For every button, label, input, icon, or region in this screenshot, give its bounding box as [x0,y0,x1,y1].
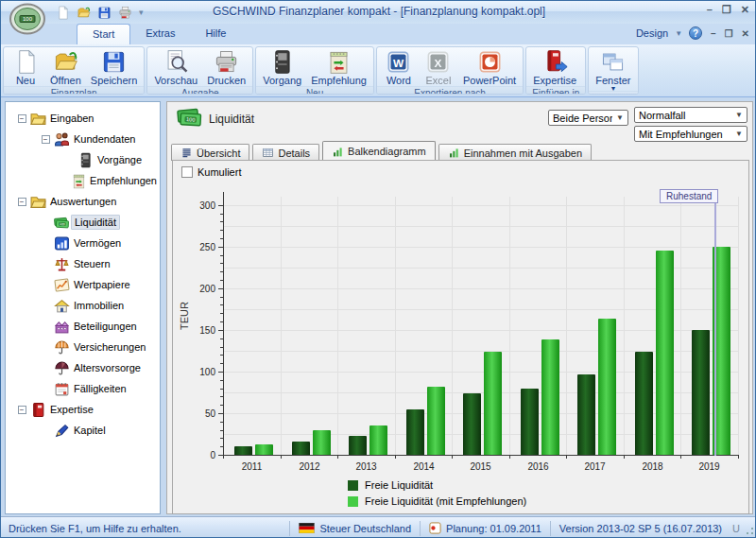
recommendation-select[interactable]: Mit Empfehlungen ▼ [634,126,747,142]
sidebar-item-label: Eingaben [47,112,97,125]
sidebar-item-expertise[interactable]: −Expertise [6,399,160,420]
linechart-icon [52,277,71,293]
button-label: Vorschau [154,75,198,86]
bar-2013-freie-liquiditaet [349,436,367,455]
gridline-v [337,197,338,455]
y-tick [220,313,223,314]
drucken-button[interactable]: Drucken [202,48,250,86]
ribbon-group-caption: Einfügen in [526,86,585,95]
mdi-restore-icon[interactable]: ❒ [725,28,733,39]
y-tick-label: 200 [191,284,215,294]
ruhestand-label: Ruhestand [660,189,718,203]
resize-grip-icon[interactable] [742,523,755,536]
app-logo-icon[interactable]: 100 [9,3,46,35]
x-tick [738,455,739,459]
öffnen-button[interactable]: Öffnen [45,48,86,86]
sidebar-item-steuern[interactable]: Steuern [6,253,160,274]
sidebar-item-wertpapiere[interactable]: Wertpapiere [6,274,160,295]
close-icon[interactable]: ✕ [741,4,749,16]
tab--bersicht[interactable]: Übersicht [171,144,249,161]
x-tick [281,455,282,459]
tab-label: Übersicht [197,148,240,159]
sidebar-item-f-lligkeiten[interactable]: Fälligkeiten [6,378,160,399]
sidebar-item-immobilien[interactable]: Immobilien [6,295,160,316]
tree-collapse-icon[interactable]: − [15,406,28,414]
checkbox-label: Kumuliert [198,166,241,178]
sidebar-item-liquidit-t[interactable]: 100Liquidität [6,212,160,233]
ribbon-tab-hilfe[interactable]: Hilfe [190,24,241,44]
x-tick [337,455,338,459]
svg-text:100: 100 [186,116,196,122]
help-icon[interactable]: ? [689,26,702,40]
kumuliert-checkbox[interactable]: Kumuliert [181,166,241,178]
vorgang-button[interactable]: Vorgang [258,48,306,86]
y-tick [220,304,223,305]
open-folder-icon [53,49,78,75]
sidebar-item-label: Vorgänge [94,153,145,166]
y-tick-label: 0 [191,450,215,460]
y-tick [218,288,223,289]
ribbon-group-caption: Ausgabe [147,86,252,95]
checkbox-box[interactable] [181,166,193,178]
chevron-down-icon[interactable]: ▼ [675,29,682,38]
sidebar-item-versicherungen[interactable]: Versicherungen [6,337,160,357]
vorschau-button[interactable]: Vorschau [149,48,202,86]
sidebar-item-label: Steuern [71,257,113,270]
sidebar-item-empfehlungen[interactable]: Empfehlungen [6,170,160,191]
neu-button[interactable]: Neu [6,48,45,86]
y-tick [220,347,223,348]
tree-collapse-icon[interactable]: − [15,198,28,206]
x-tick-label: 2011 [223,461,281,473]
gridline-v [452,197,453,455]
maximize-icon[interactable]: ❒ [722,4,731,16]
ribbon-tab-row: StartExtrasHilfe Design ▼ ? – ❒ ✕ [1,24,756,44]
house-icon [52,298,71,314]
sidebar-item-kundendaten[interactable]: −Kundendaten [6,129,160,149]
sidebar-item-altersvorsorge[interactable]: Altersvorsorge [6,357,160,378]
tab-details[interactable]: Details [252,144,319,161]
sidebar-item-kapitel[interactable]: Kapitel [6,420,160,441]
bar-2013-mit-empfehlungen [369,425,387,455]
svg-text:100: 100 [60,222,65,226]
tab-einnahmen-mit-ausgaben[interactable]: Einnahmen mit Ausgaben [438,144,592,161]
sidebar-item-auswertungen[interactable]: −Auswertungen [6,191,160,212]
tree-collapse-icon[interactable]: − [15,114,28,123]
empfehlung-button[interactable]: Empfehlung [306,48,371,86]
x-tick [223,455,224,459]
mdi-close-icon[interactable]: ✕ [742,28,749,39]
mdi-minimize-icon[interactable]: – [711,28,716,39]
y-tick-label: 150 [191,325,215,336]
person-select[interactable]: Beide Personen ▼ [548,110,628,126]
y-tick [220,405,223,406]
tree-collapse-icon[interactable]: − [39,135,52,144]
sidebar-item-vorg-nge[interactable]: Vorgänge [6,149,160,170]
bar-2017-mit-empfehlungen [598,319,616,455]
scenario-select[interactable]: Normalfall ▼ [634,107,747,123]
gridline-v [624,197,625,455]
design-menu[interactable]: Design [636,27,668,39]
tab-content: Kumuliert TEUR 0501001502002503002011201… [172,160,749,514]
sidebar-item-verm-gen[interactable]: Vermögen [6,233,160,253]
scales-icon [52,256,71,272]
liquiditaet-icon: 100 [177,106,203,129]
navigation-tree: −Eingaben−KundendatenVorgängeEmpfehlunge… [5,101,161,514]
fenster-button[interactable]: Fenster▼ [591,48,635,91]
button-label: PowerPoint [463,75,516,86]
minimize-icon[interactable]: – [707,4,713,16]
y-tick-label: 50 [191,408,215,419]
x-tick-label: 2014 [395,461,453,473]
x-tick [395,455,396,459]
german-flag-icon [299,523,315,533]
bar-chart: TEUR 05010015020025030020112012201320142… [177,188,747,477]
speichern-button[interactable]: Speichern [86,48,143,86]
ribbon-tab-extras[interactable]: Extras [130,24,190,44]
x-tick-label: 2015 [452,461,509,473]
tab-balkendiagramm[interactable]: Balkendiagramm [322,141,436,161]
word-button[interactable]: WWord [379,48,419,86]
x-tick [624,455,625,459]
ribbon-tab-start[interactable]: Start [77,24,130,44]
sidebar-item-beteiligungen[interactable]: Beteiligungen [6,316,160,337]
powerpoint-button[interactable]: PowerPoint [458,48,521,86]
sidebar-item-eingaben[interactable]: −Eingaben [6,108,160,129]
expertise-button[interactable]: Expertise [528,48,581,86]
